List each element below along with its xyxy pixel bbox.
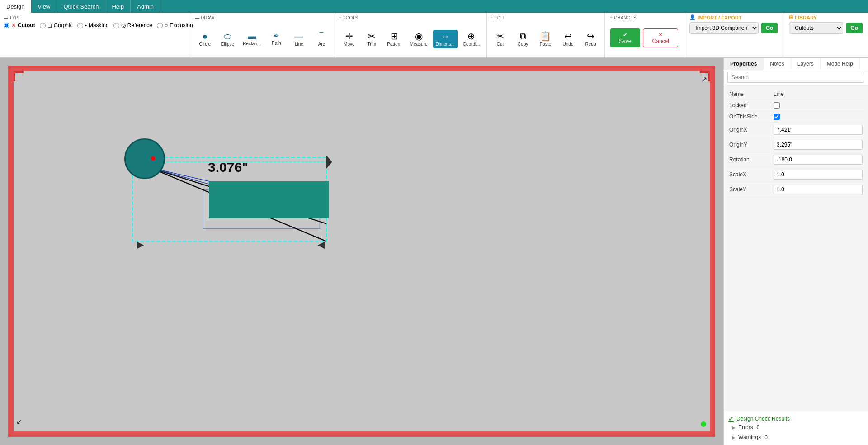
draw-line-btn[interactable]: — Line (289, 30, 309, 48)
type-exclusion-radio[interactable] (157, 23, 163, 28)
type-cutout[interactable]: ✕ Cutout (4, 22, 35, 28)
type-cutout-radio[interactable] (4, 23, 9, 28)
panel-tab-notes[interactable]: Notes (764, 58, 791, 70)
type-graphic[interactable]: ◻ Graphic (40, 22, 73, 28)
changes-section: ≡ CHANGES ✔ Save ✕ Cancel (605, 13, 684, 57)
type-reference[interactable]: ◎ Reference (113, 22, 152, 28)
errors-item[interactable]: ▶ Errors 0 (728, 422, 863, 432)
search-input[interactable] (727, 72, 864, 83)
draw-ellipse-btn[interactable]: ⬭ Ellipse (217, 30, 237, 48)
dimension-icon: ↔ (441, 32, 450, 41)
edit-redo-btn[interactable]: ↪ Redo (581, 30, 601, 48)
arc-icon: ⌒ (317, 32, 326, 41)
library-icon: ⊞ (789, 14, 793, 20)
type-exclusion[interactable]: ○ Exclusion (157, 22, 193, 28)
type-options: ✕ Cutout ◻ Graphic ▪ Masking ◎ Reference… (4, 22, 187, 28)
tool-move-btn[interactable]: ✛ Move (339, 30, 359, 48)
import-export-section: 👤 IMPORT / EXPORT Import 3D Component Go (684, 13, 783, 57)
library-dropdown[interactable]: Cutouts (789, 22, 843, 34)
errors-triangle-icon: ▶ (732, 425, 736, 430)
pattern-label: Pattern (387, 42, 401, 47)
panel-tab-layers[interactable]: Layers (791, 58, 821, 70)
type-reference-radio[interactable] (113, 23, 119, 28)
import-export-label: 👤 IMPORT / EXPORT (689, 14, 778, 22)
draw-arc-btn[interactable]: ⌒ Arc (311, 30, 331, 48)
edit-section-label: ≡ EDIT (491, 14, 601, 22)
tool-dimension-btn[interactable]: ↔ Dimens... (433, 30, 458, 48)
tool-measure-btn[interactable]: ◉ Measure (407, 30, 430, 48)
copy-icon: ⧉ (520, 32, 526, 41)
tab-help[interactable]: Help (105, 0, 131, 13)
import-go-button[interactable]: Go (761, 23, 778, 33)
prop-originx-row: OriginX (727, 123, 864, 137)
design-check-title[interactable]: ✔ Design Check Results (728, 415, 863, 422)
tab-view[interactable]: View (31, 0, 57, 13)
changes-buttons: ✔ Save ✕ Cancel (610, 28, 679, 47)
type-reference-label: Reference (127, 22, 152, 28)
warnings-count: 0 (764, 434, 768, 440)
prop-onthisside-checkbox[interactable] (774, 114, 780, 120)
edit-paste-btn[interactable]: 📋 Paste (536, 30, 556, 48)
search-box (724, 70, 868, 85)
coordi-label: Coordi... (463, 42, 480, 47)
line-icon: — (294, 32, 303, 41)
type-section: ▬ TYPE ✕ Cutout ◻ Graphic ▪ Masking ◎ Re… (0, 13, 191, 57)
redo-label: Redo (585, 42, 596, 47)
edit-undo-btn[interactable]: ↩ Undo (558, 30, 578, 48)
prop-scaley-input[interactable] (774, 185, 863, 194)
redo-icon: ↪ (587, 32, 594, 41)
type-masking-radio[interactable] (77, 23, 83, 28)
arc-label: Arc (318, 42, 325, 47)
tool-coordi-btn[interactable]: ⊕ Coordi... (460, 30, 483, 48)
edit-copy-btn[interactable]: ⧉ Copy (513, 30, 533, 48)
ellipse-label: Ellipse (221, 42, 234, 47)
library-go-button[interactable]: Go (846, 23, 863, 33)
cancel-button[interactable]: ✕ Cancel (643, 28, 678, 47)
panel-tab-properties[interactable]: Properties (724, 58, 764, 70)
rect-label: Rectan... (243, 42, 261, 46)
draw-rect-btn[interactable]: ▬ Rectan... (240, 30, 264, 48)
anchor-dot (151, 156, 155, 161)
draw-circle-btn[interactable]: ● Circle (195, 30, 215, 48)
green-dot-br (701, 421, 706, 427)
tool-trim-btn[interactable]: ✂ Trim (362, 30, 382, 48)
prop-scalex-input[interactable] (774, 170, 863, 180)
prop-scalex-row: ScaleX (727, 167, 864, 182)
import-dropdown[interactable]: Import 3D Component (689, 22, 758, 34)
save-button[interactable]: ✔ Save (610, 28, 641, 47)
prop-rotation-label: Rotation (729, 156, 770, 163)
undo-label: Undo (563, 42, 574, 47)
right-panel: Properties Notes Layers Mode Help Name L… (723, 58, 868, 445)
board-outline: 3.076" ↙ ↗ (8, 66, 715, 437)
prop-originy-input[interactable] (774, 140, 863, 150)
canvas-area[interactable]: 3.076" ↙ ↗ (0, 58, 723, 445)
import-export-row: Import 3D Component Go (689, 22, 778, 34)
corner-mark-tl (14, 71, 24, 81)
errors-label: Errors (738, 424, 753, 431)
tool-pattern-btn[interactable]: ⊞ Pattern (384, 30, 404, 48)
edit-cut-btn[interactable]: ✂ Cut (491, 30, 510, 48)
prop-name-value: Line (774, 91, 863, 97)
path-icon: ✒ (273, 32, 279, 40)
prop-originx-input[interactable] (774, 125, 863, 135)
type-cutout-label: Cutout (18, 22, 35, 28)
library-text: LIBRARY (795, 15, 816, 20)
panel-tabs: Properties Notes Layers Mode Help (724, 58, 868, 70)
library-section: ⊞ LIBRARY Cutouts Go (783, 13, 868, 57)
type-graphic-radio[interactable] (40, 23, 46, 28)
tab-quick-search[interactable]: Quick Search (57, 0, 105, 13)
ellipse-icon: ⬭ (224, 32, 231, 41)
prop-rotation-input[interactable] (774, 155, 863, 165)
tab-admin[interactable]: Admin (131, 0, 160, 13)
panel-tab-mode-help[interactable]: Mode Help (821, 58, 860, 70)
changes-section-label: ≡ CHANGES (610, 14, 679, 22)
draw-path-btn[interactable]: ✒ Path (266, 30, 286, 47)
import-export-text: IMPORT / EXPORT (698, 15, 741, 20)
type-masking[interactable]: ▪ Masking (77, 22, 109, 28)
paste-label: Paste (540, 42, 552, 47)
prop-originx-label: OriginX (729, 127, 770, 133)
warnings-item[interactable]: ▶ Warnings 0 (728, 432, 863, 442)
tab-design[interactable]: Design (0, 0, 31, 13)
prop-locked-checkbox[interactable] (774, 102, 780, 109)
type-graphic-label: Graphic (54, 22, 73, 28)
